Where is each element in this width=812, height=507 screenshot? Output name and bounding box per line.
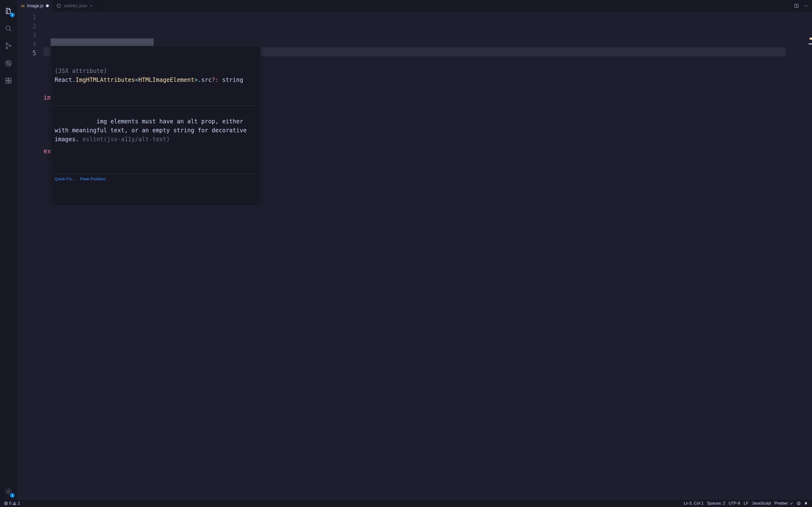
status-problems[interactable]: 0 1 [2, 500, 22, 507]
explorer-icon[interactable]: 1 [3, 5, 14, 17]
search-icon[interactable] [3, 23, 14, 34]
minimap[interactable] [795, 12, 812, 500]
source-control-icon[interactable] [3, 40, 14, 52]
hover-signature: (JSX attribute) React.ImgHTMLAttributes<… [51, 64, 260, 88]
more-actions-icon[interactable] [803, 3, 808, 8]
tab-eslintrc[interactable]: .eslintrc.json [53, 0, 97, 12]
activity-bar: 1 [0, 0, 17, 500]
overview-ruler[interactable] [809, 12, 812, 500]
debug-icon[interactable] [3, 57, 14, 69]
editor-body[interactable]: 1 2 3 4 5 import React from 'react'; exp… [17, 12, 812, 500]
tab-actions [794, 0, 812, 12]
hover-widget: (JSX attribute) React.ImgHTMLAttributes<… [51, 46, 261, 203]
close-icon[interactable] [90, 4, 93, 7]
svg-point-13 [806, 6, 806, 6]
status-bell-icon[interactable] [802, 500, 810, 507]
status-language[interactable]: JavaScript [750, 500, 773, 507]
code-content[interactable]: import React from 'react'; export const … [44, 12, 795, 500]
svg-point-2 [6, 47, 8, 49]
svg-rect-7 [6, 81, 8, 83]
settings-gear-icon[interactable]: 1 [3, 486, 14, 497]
tab-image-js[interactable]: JS Image.js [17, 0, 53, 12]
quick-fix-link[interactable]: Quick Fix... [55, 176, 75, 182]
svg-point-16 [14, 504, 15, 505]
svg-rect-6 [6, 78, 8, 80]
tab-label: .eslintrc.json [63, 3, 87, 8]
extensions-icon[interactable] [3, 75, 14, 87]
error-icon [4, 501, 8, 505]
status-indent[interactable]: Spaces: 2 [705, 500, 727, 507]
status-feedback-icon[interactable] [795, 500, 802, 507]
explorer-badge: 1 [10, 12, 15, 17]
svg-point-14 [807, 6, 807, 6]
ruler-warning-mark [810, 38, 812, 40]
hover-actions: Quick Fix... Peek Problem [51, 174, 260, 185]
workbench: 1 [0, 0, 812, 500]
editor-tabs: JS Image.js .eslintrc.json [17, 0, 812, 12]
status-prettier[interactable]: Prettier: ✓ [773, 500, 795, 507]
json-file-icon [57, 4, 61, 8]
svg-point-18 [798, 503, 799, 503]
dirty-indicator-icon [46, 4, 49, 7]
peek-problem-link[interactable]: Peek Problem [80, 176, 106, 182]
svg-point-17 [797, 502, 800, 505]
hover-message: img elements must have an alt prop, eith… [51, 105, 260, 156]
svg-point-0 [6, 26, 10, 30]
js-file-icon: JS [21, 4, 24, 8]
svg-rect-9 [9, 78, 11, 80]
split-editor-icon[interactable] [794, 3, 799, 8]
svg-rect-8 [9, 81, 11, 83]
editor-area: JS Image.js .eslintrc.json 1 [17, 0, 812, 500]
status-bar: 0 1 Ln 5, Col 1 Spaces: 2 UTF-8 LF JavaS… [0, 500, 812, 507]
ruler-cursor-mark [809, 44, 812, 44]
status-ln-col[interactable]: Ln 5, Col 1 [682, 500, 705, 507]
svg-point-10 [7, 490, 9, 493]
status-eol[interactable]: LF [742, 500, 750, 507]
settings-badge: 1 [10, 493, 15, 498]
svg-point-19 [799, 503, 800, 503]
svg-point-12 [804, 6, 805, 6]
tab-label: Image.js [27, 3, 44, 8]
warning-icon [12, 501, 16, 505]
line-number-gutter: 1 2 3 4 5 [17, 12, 44, 500]
status-encoding[interactable]: UTF-8 [727, 500, 742, 507]
svg-point-1 [6, 43, 8, 44]
